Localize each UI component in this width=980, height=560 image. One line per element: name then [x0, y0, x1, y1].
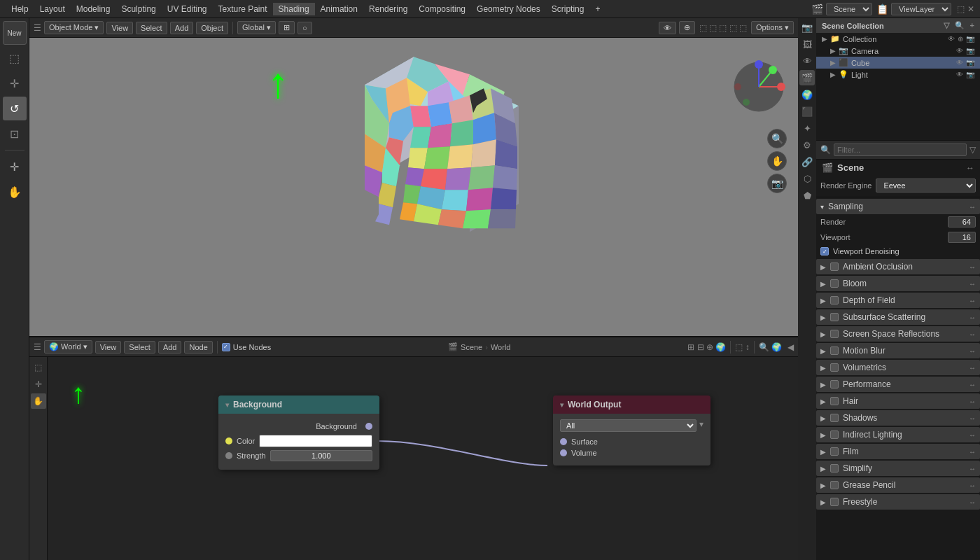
light-rend-icon[interactable]: 📷 [966, 71, 974, 78]
section-header-3[interactable]: ▶ Subsurface Scattering ↔ [816, 309, 980, 325]
node-tool-1[interactable]: ⬚ [31, 360, 46, 375]
view-btn[interactable]: View [106, 22, 133, 34]
section-checkbox-4[interactable] [830, 330, 839, 338]
object-mode-btn[interactable]: Object Mode ▾ [44, 21, 104, 34]
menu-scripting[interactable]: Scripting [546, 3, 590, 15]
node-view-btn[interactable]: View [95, 341, 122, 354]
use-nodes-checkbox[interactable]: ✓ [222, 343, 230, 351]
section-header-13[interactable]: ▶ Grease Pencil ↔ [816, 477, 980, 493]
sc-item-collection[interactable]: ▶ 📁 Collection 👁 ⊕ 📷 [816, 33, 980, 45]
sc-item-camera[interactable]: ▶ 📷 Camera 👁 📷 [816, 45, 980, 57]
expand-btn[interactable]: ↔ [966, 163, 974, 173]
section-header-9[interactable]: ▶ Shadows ↔ [816, 410, 980, 426]
snap-btn[interactable]: ⊞ [279, 21, 295, 34]
node-canvas[interactable]: ↑ ↑ ▾ Background [29, 357, 798, 560]
menu-add[interactable]: + [589, 3, 606, 15]
props-icon-constraints[interactable]: 🔗 [799, 154, 815, 169]
surface-input-socket[interactable] [560, 438, 567, 445]
gizmo-btn[interactable]: ⊕ [679, 21, 695, 34]
sc-add-icon[interactable]: + [970, 21, 974, 30]
section-checkbox-2[interactable] [830, 296, 839, 304]
props-icon-physics[interactable]: ⚙ [799, 137, 815, 153]
section-checkbox-10[interactable] [830, 430, 839, 439]
menu-compositing[interactable]: Compositing [413, 3, 471, 15]
section-checkbox-6[interactable] [830, 363, 839, 372]
section-header-8[interactable]: ▶ Hair ↔ [816, 393, 980, 409]
section-checkbox-9[interactable] [830, 414, 839, 422]
transform-btn[interactable]: Global ▾ [237, 21, 276, 34]
section-checkbox-8[interactable] [830, 397, 839, 405]
strength-input-socket[interactable] [225, 452, 232, 459]
section-checkbox-11[interactable] [830, 447, 839, 456]
props-icon-particles[interactable]: ✦ [799, 120, 815, 136]
color-input-socket[interactable] [225, 438, 232, 444]
camera-btn[interactable]: 📷 [767, 174, 787, 193]
section-header-1[interactable]: ▶ Bloom ↔ [816, 276, 980, 291]
props-icon-scene[interactable]: 🎬 [799, 70, 815, 85]
props-icon-world[interactable]: 🌍 [799, 87, 815, 102]
options-btn[interactable]: Options ▾ [751, 21, 794, 34]
props-icon-material[interactable]: ⬟ [799, 188, 815, 203]
menu-layout[interactable]: Layout [34, 3, 71, 15]
pan-btn[interactable]: ✋ [767, 151, 787, 171]
render-value[interactable]: 64 [948, 216, 976, 227]
sc-filter-icon[interactable]: ▽ [944, 21, 949, 30]
color-swatch[interactable] [259, 435, 372, 447]
menu-animation[interactable]: Animation [315, 3, 363, 15]
sc-item-cube[interactable]: ▶ ⬛ Cube 👁 📷 [816, 57, 980, 69]
sc-search-icon[interactable]: 🔍 [955, 21, 965, 30]
section-header-14[interactable]: ▶ Freestyle ↔ [816, 494, 980, 510]
proportional-btn[interactable]: ○ [298, 22, 312, 34]
scene-selector[interactable]: Scene [826, 3, 872, 15]
collapse-btn[interactable]: ◀ [788, 342, 794, 352]
section-header-5[interactable]: ▶ Motion Blur ↔ [816, 343, 980, 358]
section-checkbox-0[interactable] [830, 262, 839, 271]
props-search-input[interactable] [834, 144, 967, 156]
sel-icon[interactable]: ⊕ [958, 35, 963, 43]
section-header-0[interactable]: ▶ Ambient Occlusion ↔ [816, 259, 980, 274]
section-header-10[interactable]: ▶ Indirect Lighting ↔ [816, 427, 980, 442]
section-checkbox-7[interactable] [830, 380, 839, 388]
render-engine-select[interactable]: Eevee [876, 178, 976, 192]
menu-texture-paint[interactable]: Texture Paint [213, 3, 273, 15]
background-output-socket[interactable] [365, 423, 372, 430]
tool-scale[interactable]: ⊡ [3, 122, 27, 146]
cube-vis-icon[interactable]: 👁 [956, 59, 963, 66]
node-select-btn[interactable]: Select [124, 341, 155, 354]
section-header-12[interactable]: ▶ Simplify ↔ [816, 461, 980, 476]
section-checkbox-12[interactable] [830, 464, 839, 472]
select-btn[interactable]: Select [136, 22, 167, 34]
section-header-7[interactable]: ▶ Performance ↔ [816, 377, 980, 392]
section-header-11[interactable]: ▶ Film ↔ [816, 444, 980, 459]
menu-geometry-nodes[interactable]: Geometry Nodes [471, 3, 546, 15]
viewlayer-selector[interactable]: ViewLayer [891, 3, 951, 15]
menu-help[interactable]: Help [6, 3, 34, 15]
tool-cursor[interactable]: ✛ [3, 155, 27, 178]
cam-rend-icon[interactable]: 📷 [966, 47, 974, 55]
add-btn[interactable]: Add [170, 22, 194, 34]
menu-shading[interactable]: Shading [273, 3, 315, 15]
node-tool-hand[interactable]: ✋ [31, 393, 46, 409]
menu-modeling[interactable]: Modeling [71, 3, 116, 15]
cam-vis-icon[interactable]: 👁 [956, 47, 963, 55]
tool-hand[interactable]: ✋ [3, 180, 27, 204]
viewport-value[interactable]: 16 [948, 232, 976, 243]
node-tool-2[interactable]: ✛ [31, 377, 46, 392]
section-checkbox-13[interactable] [830, 481, 839, 489]
tool-rotate[interactable]: ↺ [3, 97, 27, 120]
props-icon-render[interactable]: 📷 [799, 20, 815, 35]
node-node-btn[interactable]: Node [184, 341, 212, 354]
viewport-denoising-checkbox[interactable]: ✓ [820, 247, 829, 255]
collapse-icon[interactable]: ▾ [225, 401, 229, 409]
overlay-btn[interactable]: 👁 [659, 22, 676, 34]
collapse-icon2[interactable]: ▾ [560, 401, 564, 409]
menu-rendering[interactable]: Rendering [363, 3, 413, 15]
section-header-2[interactable]: ▶ Depth of Field ↔ [816, 293, 980, 308]
props-icon-data[interactable]: ⬡ [799, 171, 815, 186]
tool-move[interactable]: ✛ [3, 71, 27, 95]
vis-icon[interactable]: 👁 [948, 35, 955, 43]
section-checkbox-1[interactable] [830, 279, 839, 288]
menu-uv-editing[interactable]: UV Editing [162, 3, 213, 15]
section-checkbox-14[interactable] [830, 498, 839, 506]
bc-world[interactable]: World [491, 343, 511, 351]
